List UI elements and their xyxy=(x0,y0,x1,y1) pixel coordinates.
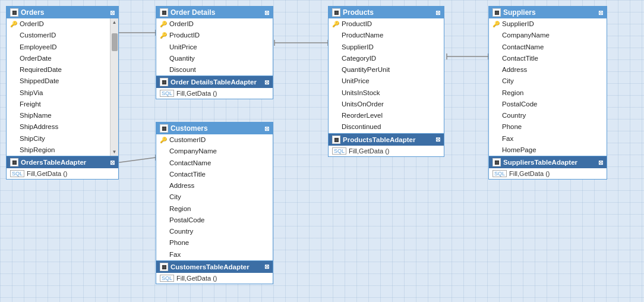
suppliers-table: ▦ Suppliers ⊠ 🔑SupplierID CompanyName Co… xyxy=(488,6,607,180)
table-row[interactable]: ShipRegion xyxy=(7,144,110,156)
table-row[interactable]: Country xyxy=(489,110,607,121)
table-row[interactable]: 🔑SupplierID xyxy=(489,18,607,30)
table-row[interactable]: UnitsInStock xyxy=(329,87,444,99)
table-row[interactable]: ContactName xyxy=(489,42,607,53)
products-adapter-maximize[interactable]: ⊠ xyxy=(435,136,440,143)
orders-adapter-header: ▦ OrdersTableAdapter ⊠ xyxy=(7,156,118,168)
field-name: ProductName xyxy=(342,30,383,40)
table-row[interactable]: ShipCity xyxy=(7,133,110,144)
suppliers-adapter-maximize[interactable]: ⊠ xyxy=(598,159,603,166)
table-row[interactable]: ContactTitle xyxy=(489,53,607,64)
order-details-fill-method[interactable]: SQL Fill,GetData () xyxy=(160,90,269,97)
field-name: ReorderLevel xyxy=(342,111,383,121)
table-row[interactable]: CategoryID xyxy=(329,53,444,64)
field-name: UnitPrice xyxy=(169,42,197,52)
table-row[interactable]: ReorderLevel xyxy=(329,110,444,121)
order-details-table-header: ▦ Order Details ⊠ xyxy=(156,7,273,18)
order-details-maximize-icon[interactable]: ⊠ xyxy=(264,10,269,16)
field-name: PostalCode xyxy=(502,99,537,109)
table-row[interactable]: Fax xyxy=(489,133,607,144)
order-details-adapter-header: ▦ Order DetailsTableAdapter ⊠ xyxy=(156,76,273,88)
table-row[interactable]: HomePage xyxy=(489,144,607,156)
field-name: ContactTitle xyxy=(502,54,538,64)
table-row[interactable]: EmployeeID xyxy=(7,42,110,53)
table-row[interactable]: ShipName xyxy=(7,110,110,121)
order-details-table-icon: ▦ xyxy=(160,8,168,17)
table-row[interactable]: Fax xyxy=(156,249,273,260)
table-row[interactable]: 🔑ProductID xyxy=(156,30,273,41)
field-name: Fax xyxy=(169,250,181,260)
table-row[interactable]: ShipVia xyxy=(7,87,110,99)
orders-scrollbar[interactable]: ▲ ▼ xyxy=(110,18,118,156)
table-row[interactable]: Discontinued xyxy=(329,121,444,133)
customers-maximize-icon[interactable]: ⊠ xyxy=(264,125,269,132)
order-details-adapter-title: Order DetailsTableAdapter xyxy=(171,78,257,86)
customers-table-icon: ▦ xyxy=(160,124,168,133)
table-row[interactable]: ShippedDate xyxy=(7,76,110,87)
orders-fill-method[interactable]: SQL Fill,GetData () xyxy=(10,170,115,177)
table-row[interactable]: 🔑ProductID xyxy=(329,18,444,30)
table-row[interactable]: Freight xyxy=(7,99,110,110)
table-row[interactable]: ContactTitle xyxy=(156,169,273,180)
table-row[interactable]: OrderDate xyxy=(7,53,110,64)
orders-table: ▦ Orders ⊠ 🔑OrderID CustomerID EmployeeI… xyxy=(6,6,119,180)
orders-adapter-maximize[interactable]: ⊠ xyxy=(110,159,115,166)
table-row[interactable]: Address xyxy=(489,64,607,76)
table-row[interactable]: Region xyxy=(489,87,607,99)
orders-maximize-icon[interactable]: ⊠ xyxy=(110,10,115,16)
products-table-header: ▦ Products ⊠ xyxy=(329,7,444,18)
field-name: Fax xyxy=(502,134,513,144)
table-row[interactable]: ShipAddress xyxy=(7,121,110,133)
sql-icon: SQL xyxy=(160,90,174,97)
table-row[interactable]: SupplierID xyxy=(329,42,444,53)
products-adapter-icon: ▦ xyxy=(332,136,340,144)
field-name: Address xyxy=(502,65,527,75)
customers-method-label: Fill,GetData () xyxy=(176,275,217,282)
suppliers-fill-method[interactable]: SQL Fill,GetData () xyxy=(493,170,603,177)
field-name: Freight xyxy=(20,99,41,109)
customers-table: ▦ Customers ⊠ 🔑CustomerID CompanyName Co… xyxy=(156,122,273,284)
table-row[interactable]: Country xyxy=(156,226,273,237)
table-row[interactable]: ProductName xyxy=(329,30,444,41)
orders-adapter-icon: ▦ xyxy=(10,158,18,166)
table-row[interactable]: 🔑OrderID xyxy=(7,18,110,30)
products-fill-method[interactable]: SQL Fill,GetData () xyxy=(332,147,440,155)
table-row[interactable]: CompanyName xyxy=(156,146,273,157)
suppliers-maximize-icon[interactable]: ⊠ xyxy=(598,10,603,16)
field-name: SupplierID xyxy=(502,19,534,29)
table-row[interactable]: Discount xyxy=(156,64,273,76)
table-row[interactable]: PostalCode xyxy=(489,99,607,110)
table-row[interactable]: City xyxy=(489,76,607,87)
field-name: UnitsOnOrder xyxy=(342,99,384,109)
table-row[interactable]: UnitPrice xyxy=(156,42,273,53)
suppliers-adapter-icon: ▦ xyxy=(493,158,501,166)
table-row[interactable]: Address xyxy=(156,180,273,191)
table-row[interactable]: Quantity xyxy=(156,53,273,64)
customers-adapter-maximize[interactable]: ⊠ xyxy=(264,263,269,270)
orders-adapter-title: OrdersTableAdapter xyxy=(21,159,86,166)
order-details-adapter-maximize[interactable]: ⊠ xyxy=(264,79,269,86)
field-name: CompanyName xyxy=(169,146,217,156)
customers-adapter-title: CustomersTableAdapter xyxy=(171,263,250,270)
table-row[interactable]: Region xyxy=(156,203,273,215)
table-row[interactable]: PostalCode xyxy=(156,215,273,226)
key-icon: 🔑 xyxy=(332,20,339,29)
table-row[interactable]: 🔑OrderID xyxy=(156,18,273,30)
customers-fill-method[interactable]: SQL Fill,GetData () xyxy=(160,275,269,282)
products-table-body: 🔑ProductID ProductName SupplierID Catego… xyxy=(329,18,444,133)
table-row[interactable]: City xyxy=(156,191,273,203)
table-row[interactable]: Phone xyxy=(156,237,273,248)
field-name: ShipCity xyxy=(20,134,45,144)
table-row[interactable]: ContactName xyxy=(156,158,273,169)
table-row[interactable]: QuantityPerUnit xyxy=(329,64,444,76)
table-row[interactable]: 🔑CustomerID xyxy=(156,134,273,146)
customers-adapter-body: SQL Fill,GetData () xyxy=(156,273,273,284)
table-row[interactable]: RequiredDate xyxy=(7,64,110,76)
products-maximize-icon[interactable]: ⊠ xyxy=(435,10,440,16)
table-row[interactable]: CustomerID xyxy=(7,30,110,41)
table-row[interactable]: Phone xyxy=(489,121,607,133)
table-row[interactable]: UnitsOnOrder xyxy=(329,99,444,110)
table-row[interactable]: CompanyName xyxy=(489,30,607,41)
table-row[interactable]: UnitPrice xyxy=(329,76,444,87)
field-name: Phone xyxy=(169,238,189,248)
